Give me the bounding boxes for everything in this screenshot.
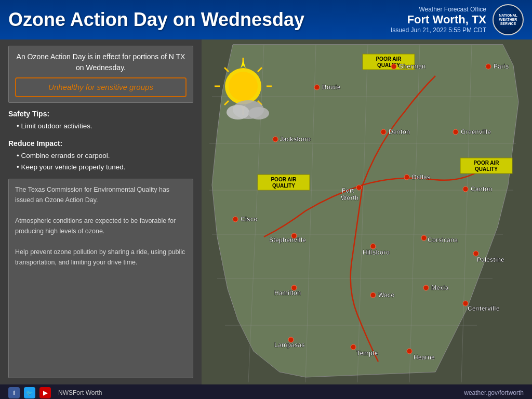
social-handle: NWSFort Worth (58, 389, 102, 396)
svg-point-44 (273, 137, 278, 142)
map-area: POOR AIR QUALITY POOR AIR QUALITY POOR A… (202, 39, 532, 384)
svg-text:Lampasas: Lampasas (274, 341, 305, 349)
svg-text:QUALITY: QUALITY (475, 166, 498, 172)
info-para-1: The Texas Commission for Environmental Q… (15, 184, 187, 205)
facebook-icon[interactable]: f (8, 387, 20, 398)
reduce-bullet-2: • Keep your vehicle properly tuned. (17, 162, 193, 174)
svg-text:Dallas: Dallas (412, 174, 431, 181)
issued-date: Issued Jun 21, 2022 5:55 PM CDT (391, 26, 486, 34)
office-name: Fort Worth, TX (391, 13, 486, 26)
svg-point-61 (370, 244, 376, 249)
page-wrapper: Ozone Action Day on Wednesday Weather Fo… (0, 0, 532, 399)
svg-text:Palestine: Palestine (477, 256, 504, 263)
svg-text:POOR AIR: POOR AIR (376, 56, 402, 62)
svg-text:Greenville: Greenville (461, 128, 491, 136)
svg-text:Hearne: Hearne (414, 354, 435, 361)
svg-point-79 (407, 349, 412, 354)
svg-point-42 (486, 64, 491, 69)
left-panel: An Ozone Action Day is in effect for por… (0, 39, 202, 384)
svg-text:POOR AIR: POOR AIR (271, 177, 297, 182)
reduce-heading: Reduce Impact: (8, 138, 193, 150)
svg-point-48 (453, 129, 458, 135)
nws-logo: NATIONALWEATHERSERVICE (493, 4, 524, 35)
page-title: Ozone Action Day on Wednesday (8, 9, 304, 31)
svg-point-40 (391, 64, 396, 69)
svg-text:Fort: Fort (342, 187, 354, 194)
youtube-icon[interactable]: ▶ (39, 387, 51, 398)
svg-point-65 (473, 251, 478, 256)
svg-point-46 (381, 129, 386, 135)
header: Ozone Action Day on Wednesday Weather Fo… (0, 0, 532, 39)
office-info: Weather Forecast Office Fort Worth, TX I… (391, 6, 486, 34)
svg-point-53 (404, 175, 409, 180)
intro-text: An Ozone Action Day is in effect for por… (15, 51, 187, 73)
svg-point-69 (370, 292, 376, 298)
svg-text:Waco: Waco (378, 291, 395, 299)
reduce-bullet-1: • Combine errands or carpool. (17, 150, 193, 162)
unhealthy-label: Unhealthy for sensitive groups (48, 83, 153, 91)
info-para-3: Help prevent ozone pollution by sharing … (15, 247, 187, 268)
svg-text:Temple: Temple (356, 350, 378, 357)
svg-text:Canton: Canton (471, 185, 492, 193)
reduce-section: Reduce Impact: • Combine errands or carp… (8, 138, 193, 174)
svg-point-50 (356, 185, 362, 190)
footer: f 🐦 ▶ NWSFort Worth weather.gov/fortwort… (0, 384, 532, 399)
svg-point-57 (233, 217, 238, 222)
unhealthy-box: Unhealthy for sensitive groups (15, 77, 187, 97)
map-svg: POOR AIR QUALITY POOR AIR QUALITY POOR A… (202, 39, 532, 384)
svg-text:Hamilton: Hamilton (274, 289, 301, 297)
office-label: Weather Forecast Office (391, 6, 486, 13)
safety-section: Safety Tips: • Limit outdoor activities. (8, 108, 193, 132)
svg-point-55 (463, 187, 468, 192)
svg-text:Denton: Denton (389, 128, 410, 136)
svg-text:QUALITY: QUALITY (377, 62, 400, 68)
svg-text:Sherman: Sherman (399, 63, 425, 70)
svg-text:Cisco: Cisco (241, 216, 258, 223)
svg-text:Bowie: Bowie (322, 84, 341, 91)
svg-point-15 (229, 72, 258, 101)
footer-url: weather.gov/fortworth (464, 389, 524, 396)
social-links: f 🐦 ▶ NWSFort Worth (8, 387, 102, 398)
svg-point-28 (248, 107, 269, 119)
safety-bullet-1: • Limit outdoor activities. (17, 121, 193, 132)
svg-text:Corsicana: Corsicana (428, 236, 458, 244)
svg-text:Paris: Paris (494, 63, 509, 70)
svg-point-27 (227, 105, 249, 119)
svg-point-63 (421, 235, 427, 241)
svg-text:Worth: Worth (341, 194, 358, 202)
svg-text:Centerville: Centerville (468, 305, 500, 312)
svg-text:POOR AIR: POOR AIR (473, 160, 499, 166)
svg-point-71 (423, 285, 429, 290)
header-right: Weather Forecast Office Fort Worth, TX I… (391, 4, 524, 35)
svg-text:Jacksboro: Jacksboro (280, 136, 311, 143)
svg-point-77 (351, 344, 356, 350)
info-box: The Texas Commission for Environmental Q… (8, 179, 193, 378)
intro-box: An Ozone Action Day is in effect for por… (8, 46, 193, 103)
svg-text:Mexia: Mexia (431, 284, 449, 291)
main-content: An Ozone Action Day is in effect for por… (0, 39, 532, 384)
safety-heading: Safety Tips: (8, 108, 193, 121)
svg-text:Stephenville: Stephenville (269, 236, 306, 244)
svg-text:QUALITY: QUALITY (272, 183, 295, 189)
info-para-2: Atmospheric conditions are expected to b… (15, 216, 187, 236)
svg-point-38 (314, 85, 320, 90)
svg-text:Hillsboro: Hillsboro (363, 249, 390, 256)
twitter-icon[interactable]: 🐦 (24, 387, 35, 398)
